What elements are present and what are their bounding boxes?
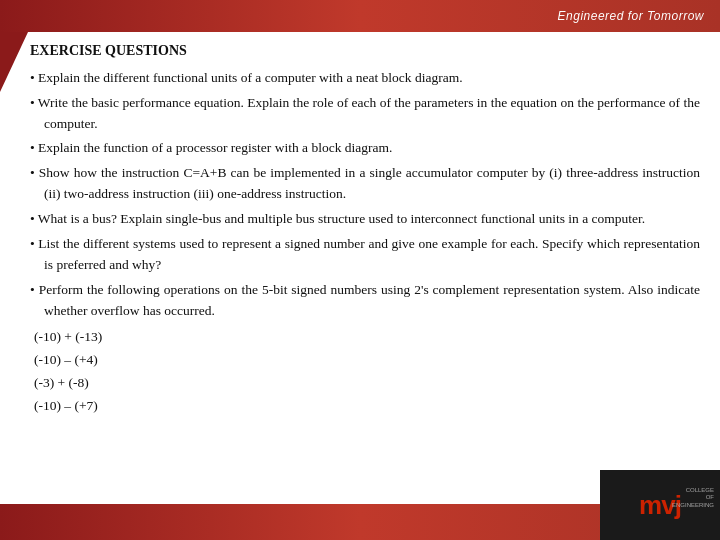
left-accent: [0, 32, 28, 92]
math-3: (-3) + (-8): [34, 372, 700, 395]
banner-text: Engineered for Tomorrow: [558, 9, 704, 23]
question-1: • Explain the different functional units…: [30, 68, 700, 89]
main-content: EXERCISE QUESTIONS • Explain the differe…: [30, 40, 700, 495]
logo-sub-line2: OF: [706, 494, 714, 500]
question-4: • Show how the instruction C=A+B can be …: [30, 163, 700, 205]
math-2: (-10) – (+4): [34, 349, 700, 372]
logo-sub-line3: ENGINEERING: [672, 502, 714, 508]
question-2: • Write the basic performance equation. …: [30, 93, 700, 135]
section-title: EXERCISE QUESTIONS: [30, 40, 700, 62]
question-6: • List the different systems used to rep…: [30, 234, 700, 276]
math-1: (-10) + (-13): [34, 326, 700, 349]
question-3: • Explain the function of a processor re…: [30, 138, 700, 159]
question-5: • What is a bus? Explain single-bus and …: [30, 209, 700, 230]
question-7: • Perform the following operations on th…: [30, 280, 700, 322]
math-items: (-10) + (-13) (-10) – (+4) (-3) + (-8) (…: [30, 326, 700, 418]
math-4: (-10) – (+7): [34, 395, 700, 418]
top-banner: Engineered for Tomorrow: [0, 0, 720, 32]
